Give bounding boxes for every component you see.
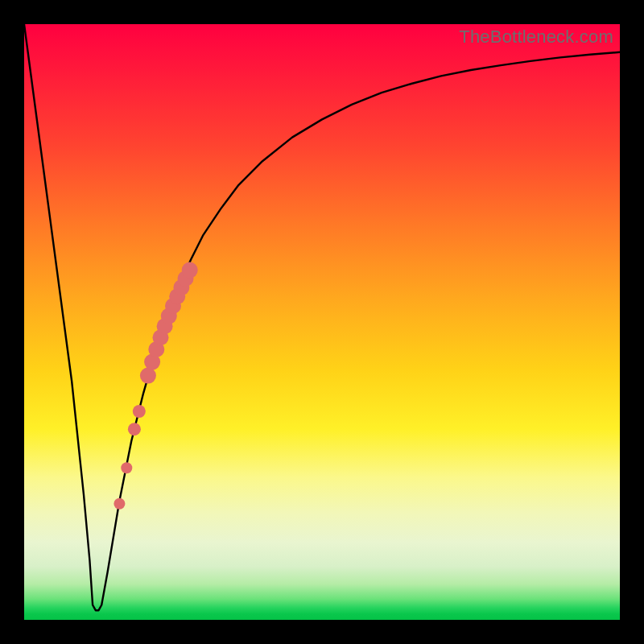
marker-point	[121, 462, 132, 473]
marker-group	[114, 262, 197, 510]
plot-area: TheBottleneck.com	[24, 24, 620, 620]
chart-svg	[24, 24, 620, 620]
marker-point	[133, 405, 146, 418]
marker-point	[114, 498, 125, 510]
chart-frame: TheBottleneck.com	[0, 0, 644, 644]
marker-point	[182, 262, 198, 279]
bottleneck-curve-path	[24, 24, 620, 610]
marker-point	[140, 368, 156, 384]
marker-point	[128, 423, 141, 436]
